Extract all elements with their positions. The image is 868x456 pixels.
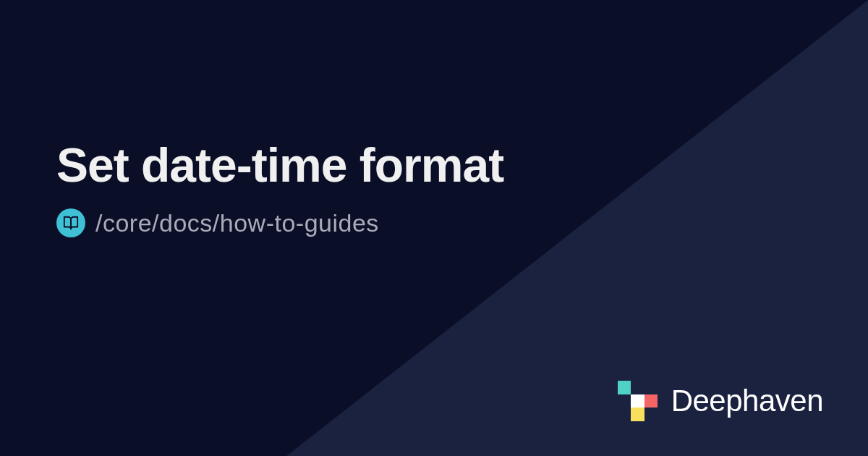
brand-logo-icon — [618, 381, 658, 421]
brand-logo-block: Deephaven — [618, 381, 823, 421]
logo-square-teal — [618, 381, 631, 394]
logo-square-yellow — [631, 408, 644, 421]
page-title: Set date-time format — [56, 138, 503, 193]
book-icon — [56, 208, 85, 237]
brand-name: Deephaven — [671, 384, 823, 418]
logo-square-red — [644, 394, 658, 408]
breadcrumb: /core/docs/how-to-guides — [56, 208, 503, 237]
breadcrumb-path: /core/docs/how-to-guides — [95, 209, 379, 237]
main-content: Set date-time format /core/docs/how-to-g… — [56, 138, 503, 237]
logo-square-white — [631, 394, 644, 408]
